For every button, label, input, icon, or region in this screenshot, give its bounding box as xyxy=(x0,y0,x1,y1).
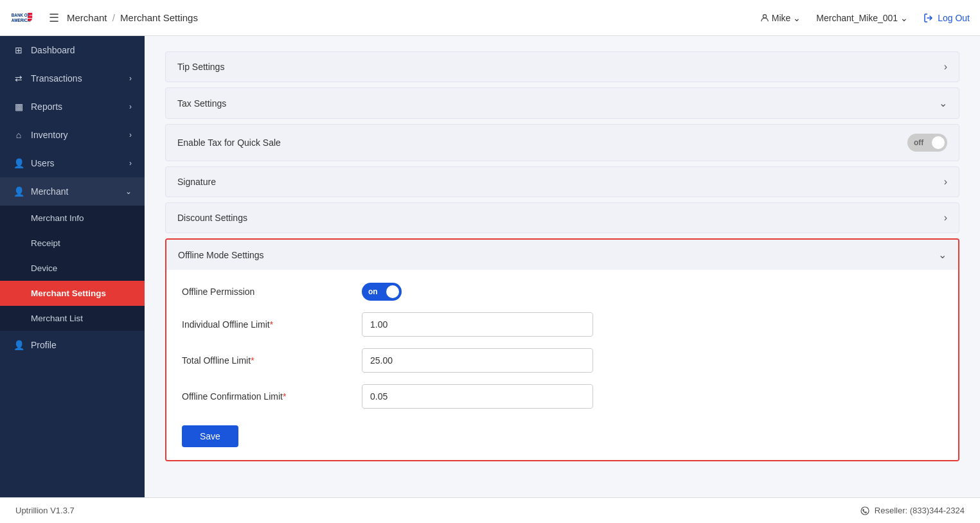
offline-mode-content: Offline Permission on Individual Offline… xyxy=(166,270,958,460)
sidebar-item-reports[interactable]: ▦ Reports › xyxy=(0,93,145,121)
header: BANK OF AMERICA ☰ Merchant / Merchant Se… xyxy=(0,0,980,36)
sidebar-label-inventory: Inventory xyxy=(31,130,68,140)
layout: ⊞ Dashboard ⇄ Transactions › ▦ Reports ›… xyxy=(0,36,980,497)
sidebar-label-merchant-settings: Merchant Settings xyxy=(31,288,106,298)
chevron-right-icon: › xyxy=(129,130,132,139)
signature-header[interactable]: Signature › xyxy=(166,167,959,197)
tax-settings-chevron: ⌄ xyxy=(939,97,947,109)
tax-settings-section: Tax Settings ⌄ xyxy=(165,87,959,119)
tip-settings-label: Tip Settings xyxy=(177,62,224,72)
offline-mode-header[interactable]: Offline Mode Settings ⌄ xyxy=(166,240,958,270)
sidebar-item-merchant-list[interactable]: Merchant List xyxy=(0,306,145,331)
footer: Uptrillion V1.3.7 Reseller: (833)344-232… xyxy=(0,497,980,523)
offline-permission-toggle[interactable]: on xyxy=(362,283,402,301)
chevron-down-icon: ⌄ xyxy=(125,187,132,196)
sidebar-label-receipt: Receipt xyxy=(31,238,60,248)
svg-text:BANK OF: BANK OF xyxy=(12,13,30,17)
sidebar-item-transactions[interactable]: ⇄ Transactions › xyxy=(0,64,145,93)
phone-icon xyxy=(860,506,869,515)
signature-chevron: › xyxy=(944,176,947,188)
offline-confirmation-limit-label: Offline Confirmation Limit* xyxy=(182,391,362,402)
chevron-right-icon: › xyxy=(129,74,132,83)
individual-offline-limit-row: Individual Offline Limit* xyxy=(182,312,943,337)
version-label: Uptrillion V1.3.7 xyxy=(15,506,75,515)
total-offline-limit-label: Total Offline Limit* xyxy=(182,355,362,366)
sidebar-item-profile[interactable]: 👤 Profile xyxy=(0,331,145,359)
discount-settings-label: Discount Settings xyxy=(177,213,247,223)
offline-permission-row: Offline Permission on xyxy=(182,283,943,301)
profile-icon: 👤 xyxy=(13,340,24,350)
toggle-knob-on xyxy=(386,285,399,298)
breadcrumb-current: Merchant Settings xyxy=(120,12,198,23)
sidebar-label-transactions: Transactions xyxy=(31,73,82,84)
offline-confirmation-limit-row: Offline Confirmation Limit* xyxy=(182,384,943,409)
total-offline-limit-input[interactable] xyxy=(362,348,593,373)
offline-confirmation-limit-input[interactable] xyxy=(362,384,593,409)
total-offline-limit-row: Total Offline Limit* xyxy=(182,348,943,373)
breadcrumb-parent[interactable]: Merchant xyxy=(67,12,107,23)
save-button[interactable]: Save xyxy=(182,425,238,447)
transactions-icon: ⇄ xyxy=(13,73,24,84)
user-menu[interactable]: Mike ⌄ xyxy=(760,13,801,23)
user-chevron: ⌄ xyxy=(793,13,801,23)
tip-settings-chevron: › xyxy=(944,61,947,73)
sidebar-item-inventory[interactable]: ⌂ Inventory › xyxy=(0,121,145,149)
confirmation-required: * xyxy=(283,391,286,402)
sidebar-label-users: Users xyxy=(31,158,55,168)
logout-icon xyxy=(923,13,934,23)
enable-tax-toggle[interactable]: off xyxy=(907,134,947,152)
inventory-icon: ⌂ xyxy=(13,130,24,140)
individual-required: * xyxy=(270,319,273,330)
sidebar-item-device[interactable]: Device xyxy=(0,256,145,281)
signature-label: Signature xyxy=(177,177,216,187)
reports-icon: ▦ xyxy=(13,102,24,112)
svg-point-3 xyxy=(763,14,766,17)
enable-tax-label: Enable Tax for Quick Sale xyxy=(177,137,281,148)
discount-settings-chevron: › xyxy=(944,212,947,224)
chevron-right-icon: › xyxy=(129,102,132,111)
merchant-icon: 👤 xyxy=(13,186,24,197)
sidebar-submenu-merchant: Merchant Info Receipt Device Merchant Se… xyxy=(0,206,145,331)
breadcrumb-separator: / xyxy=(112,12,115,23)
dashboard-icon: ⊞ xyxy=(13,45,24,55)
offline-permission-label: Offline Permission xyxy=(182,287,362,297)
offline-mode-chevron: ⌄ xyxy=(938,249,947,261)
individual-offline-limit-input[interactable] xyxy=(362,312,593,337)
logo: BANK OF AMERICA xyxy=(10,10,33,26)
discount-settings-section: Discount Settings › xyxy=(165,202,959,233)
individual-offline-limit-label: Individual Offline Limit* xyxy=(182,319,362,330)
chevron-right-icon: › xyxy=(129,159,132,168)
sidebar-label-merchant-list: Merchant List xyxy=(31,314,83,323)
enable-tax-header: Enable Tax for Quick Sale off xyxy=(166,125,959,161)
sidebar: ⊞ Dashboard ⇄ Transactions › ▦ Reports ›… xyxy=(0,36,145,497)
enable-tax-row: Enable Tax for Quick Sale off xyxy=(165,124,959,161)
sidebar-item-receipt[interactable]: Receipt xyxy=(0,231,145,256)
merchant-selector[interactable]: Merchant_Mike_001 ⌄ xyxy=(816,13,908,23)
tax-settings-label: Tax Settings xyxy=(177,98,226,109)
sidebar-label-profile: Profile xyxy=(31,340,57,350)
merchant-chevron: ⌄ xyxy=(900,13,908,23)
hamburger-icon[interactable]: ☰ xyxy=(49,11,59,25)
toggle-on-label: on xyxy=(368,287,378,296)
discount-settings-header[interactable]: Discount Settings › xyxy=(166,203,959,233)
tip-settings-section: Tip Settings › xyxy=(165,51,959,82)
sidebar-label-merchant: Merchant xyxy=(31,186,68,197)
sidebar-item-dashboard[interactable]: ⊞ Dashboard xyxy=(0,36,145,64)
sidebar-label-merchant-info: Merchant Info xyxy=(31,213,84,223)
sidebar-item-merchant[interactable]: 👤 Merchant ⌄ xyxy=(0,177,145,206)
user-name: Mike xyxy=(772,13,791,23)
logout-label: Log Out xyxy=(938,13,970,23)
tip-settings-header[interactable]: Tip Settings › xyxy=(166,52,959,82)
svg-point-4 xyxy=(861,507,869,515)
sidebar-label-dashboard: Dashboard xyxy=(31,45,75,55)
offline-mode-section: Offline Mode Settings ⌄ Offline Permissi… xyxy=(165,238,959,461)
sidebar-item-merchant-settings[interactable]: Merchant Settings xyxy=(0,281,145,306)
sidebar-item-merchant-info[interactable]: Merchant Info xyxy=(0,206,145,231)
logout-button[interactable]: Log Out xyxy=(923,13,970,23)
offline-mode-label: Offline Mode Settings xyxy=(178,250,264,260)
sidebar-item-users[interactable]: 👤 Users › xyxy=(0,149,145,177)
tax-settings-header[interactable]: Tax Settings ⌄ xyxy=(166,88,959,118)
sidebar-label-reports: Reports xyxy=(31,102,62,112)
sidebar-label-device: Device xyxy=(31,263,57,273)
signature-section: Signature › xyxy=(165,166,959,197)
